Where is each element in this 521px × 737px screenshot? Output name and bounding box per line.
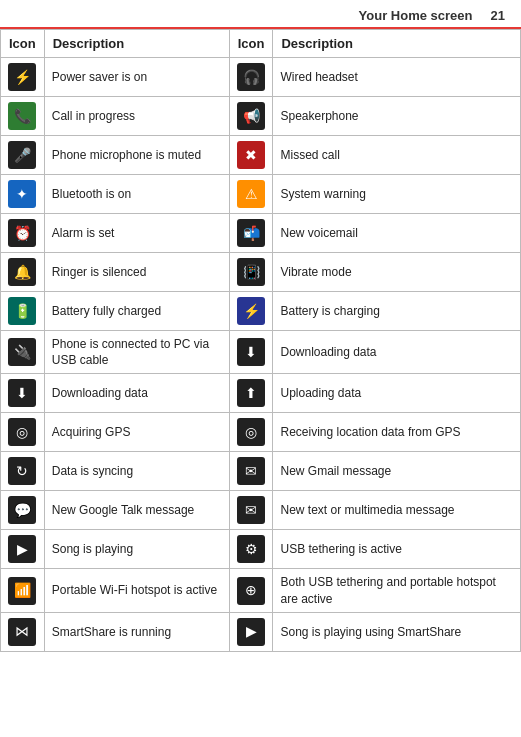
description-right: Vibrate mode	[273, 253, 521, 292]
icon-cell-right: ⚙	[229, 530, 273, 569]
icon-cell-right: ⬆	[229, 374, 273, 413]
new-gmail-icon: ✉	[237, 457, 265, 485]
icon-cell-left: ⬇	[1, 374, 45, 413]
call-in-progress-icon: 📞	[8, 102, 36, 130]
acquiring-gps-icon: ◎	[8, 418, 36, 446]
wired-headset-icon: 🎧	[237, 63, 265, 91]
description-left: SmartShare is running	[44, 612, 229, 651]
vibrate-mode-icon: 📳	[237, 258, 265, 286]
wifi-hotspot-icon: 📶	[8, 577, 36, 605]
system-warning-icon: ⚠	[237, 180, 265, 208]
usb-tethering-icon: ⚙	[237, 535, 265, 563]
description-right: New voicemail	[273, 214, 521, 253]
icon-cell-right: ✖	[229, 136, 273, 175]
table-row: 📶Portable Wi-Fi hotspot is active⊕Both U…	[1, 569, 521, 612]
icon-cell-right: ⬇	[229, 331, 273, 374]
icon-cell-left: ◎	[1, 413, 45, 452]
icon-cell-left: 🔌	[1, 331, 45, 374]
new-message-icon: ✉	[237, 496, 265, 524]
smartshare-icon: ⋈	[8, 618, 36, 646]
description-right: New text or multimedia message	[273, 491, 521, 530]
description-left: Data is syncing	[44, 452, 229, 491]
google-talk-icon: 💬	[8, 496, 36, 524]
icon-cell-right: ⊕	[229, 569, 273, 612]
icon-cell-right: 📬	[229, 214, 273, 253]
icon-cell-left: ⚡	[1, 58, 45, 97]
bluetooth-icon: ✦	[8, 180, 36, 208]
downloading-data-icon2: ⬇	[237, 338, 265, 366]
battery-charged-icon: 🔋	[8, 297, 36, 325]
new-voicemail-icon: 📬	[237, 219, 265, 247]
header: Your Home screen 21	[0, 0, 521, 29]
description-right: Song is playing using SmartShare	[273, 612, 521, 651]
table-row: ⏰Alarm is set📬New voicemail	[1, 214, 521, 253]
song-smartshare-icon: ▶	[237, 618, 265, 646]
description-right: Speakerphone	[273, 97, 521, 136]
uploading-data-icon: ⬆	[237, 379, 265, 407]
description-left: Battery fully charged	[44, 292, 229, 331]
description-left: Phone is connected to PC via USB cable	[44, 331, 229, 374]
data-syncing-icon: ↻	[8, 457, 36, 485]
icon-cell-right: ⚡	[229, 292, 273, 331]
icon-cell-left: 🔋	[1, 292, 45, 331]
table-row: ⋈SmartShare is running▶Song is playing u…	[1, 612, 521, 651]
icon-cell-right: ✉	[229, 491, 273, 530]
icon-cell-left: 📶	[1, 569, 45, 612]
downloading-data-icon: ⬇	[8, 379, 36, 407]
description-right: Uploading data	[273, 374, 521, 413]
icon-cell-right: ✉	[229, 452, 273, 491]
icon-cell-left: 📞	[1, 97, 45, 136]
description-left: Song is playing	[44, 530, 229, 569]
icon-cell-left: ⏰	[1, 214, 45, 253]
col-icon2: Icon	[229, 30, 273, 58]
icon-cell-left: ↻	[1, 452, 45, 491]
table-row: 🎤Phone microphone is muted✖Missed call	[1, 136, 521, 175]
page-number: 21	[491, 8, 505, 23]
description-left: Alarm is set	[44, 214, 229, 253]
battery-charging-icon: ⚡	[237, 297, 265, 325]
col-icon1: Icon	[1, 30, 45, 58]
icon-cell-left: ▶	[1, 530, 45, 569]
phone-mic-muted-icon: 🎤	[8, 141, 36, 169]
icon-cell-right: ▶	[229, 612, 273, 651]
description-left: Portable Wi-Fi hotspot is active	[44, 569, 229, 612]
icon-cell-left: ⋈	[1, 612, 45, 651]
table-row: 🔋Battery fully charged⚡Battery is chargi…	[1, 292, 521, 331]
icon-cell-left: 🔔	[1, 253, 45, 292]
table-row: 📞Call in progress📢Speakerphone	[1, 97, 521, 136]
icon-cell-left: 💬	[1, 491, 45, 530]
usb-hotspot-icon: ⊕	[237, 577, 265, 605]
missed-call-icon: ✖	[237, 141, 265, 169]
usb-connected-icon: 🔌	[8, 338, 36, 366]
col-desc2: Description	[273, 30, 521, 58]
ringer-silenced-icon: 🔔	[8, 258, 36, 286]
description-left: Power saver is on	[44, 58, 229, 97]
table-row: ▶Song is playing⚙USB tethering is active	[1, 530, 521, 569]
description-right: System warning	[273, 175, 521, 214]
table-row: ◎Acquiring GPS◎Receiving location data f…	[1, 413, 521, 452]
table-row: ✦Bluetooth is on⚠System warning	[1, 175, 521, 214]
table-row: 🔔Ringer is silenced📳Vibrate mode	[1, 253, 521, 292]
description-left: Acquiring GPS	[44, 413, 229, 452]
alarm-set-icon: ⏰	[8, 219, 36, 247]
icon-cell-left: 🎤	[1, 136, 45, 175]
power-saver-icon: ⚡	[8, 63, 36, 91]
description-left: Call in progress	[44, 97, 229, 136]
icon-cell-right: ⚠	[229, 175, 273, 214]
table-row: 💬New Google Talk message✉New text or mul…	[1, 491, 521, 530]
description-right: New Gmail message	[273, 452, 521, 491]
description-left: New Google Talk message	[44, 491, 229, 530]
table-row: 🔌Phone is connected to PC via USB cable⬇…	[1, 331, 521, 374]
speakerphone-icon: 📢	[237, 102, 265, 130]
description-right: Wired headset	[273, 58, 521, 97]
icon-cell-right: 🎧	[229, 58, 273, 97]
table-row: ⬇Downloading data⬆Uploading data	[1, 374, 521, 413]
description-right: Both USB tethering and portable hotspot …	[273, 569, 521, 612]
receiving-gps-icon: ◎	[237, 418, 265, 446]
description-left: Ringer is silenced	[44, 253, 229, 292]
icon-cell-right: 📳	[229, 253, 273, 292]
icon-description-table: Icon Description Icon Description ⚡Power…	[0, 29, 521, 652]
table-row: ⚡Power saver is on🎧Wired headset	[1, 58, 521, 97]
description-right: Downloading data	[273, 331, 521, 374]
icon-cell-right: ◎	[229, 413, 273, 452]
